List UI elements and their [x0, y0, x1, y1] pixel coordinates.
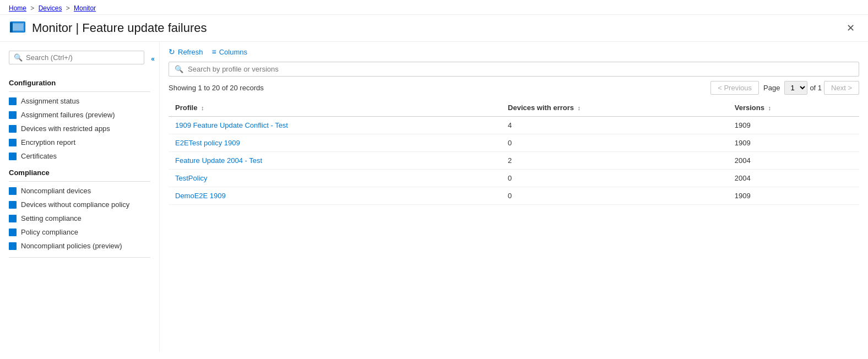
sidebar-item-noncompliant-policies[interactable]: Noncompliant policies (preview) [0, 239, 159, 253]
sidebar-item-assignment-failures[interactable]: Assignment failures (preview) [0, 108, 159, 122]
table-cell-versions: 2004 [728, 152, 859, 170]
close-button[interactable]: ✕ [842, 20, 859, 36]
sidebar-section-compliance: Compliance [0, 163, 159, 179]
breadcrumb-home[interactable]: Home [9, 4, 26, 12]
assignment-failures-icon [9, 111, 17, 119]
table-cell-profile: 1909 Feature Update Conflict - Test [169, 117, 501, 134]
table-cell-versions: 1909 [728, 117, 859, 134]
table-cell-devices-errors: 0 [501, 170, 728, 187]
column-header-devices-errors: Devices with errors ↕ [501, 99, 728, 117]
columns-icon: ≡ [212, 47, 216, 56]
profile-link[interactable]: TestPolicy [175, 174, 208, 182]
table-row: E2ETest policy 190901909 [169, 134, 859, 152]
table-cell-versions: 1909 [728, 187, 859, 205]
sidebar-item-label: Noncompliant devices [21, 187, 91, 195]
sidebar-item-label: Certificates [21, 152, 57, 160]
table-cell-profile: DemoE2E 1909 [169, 187, 501, 205]
profile-link[interactable]: 1909 Feature Update Conflict - Test [175, 121, 288, 129]
sidebar-search-input[interactable] [26, 53, 139, 62]
noncompliant-policies-icon [9, 242, 17, 250]
table-row: TestPolicy02004 [169, 170, 859, 187]
page-title: Monitor | Feature update failures [32, 21, 207, 35]
table-cell-devices-errors: 0 [501, 134, 728, 152]
main-content: ↻ Refresh ≡ Columns 🔍 Showing 1 to 20 of… [160, 42, 868, 351]
sidebar-collapse-button[interactable]: « [151, 55, 155, 63]
sidebar-divider-2 [9, 181, 150, 182]
sidebar-divider-1 [9, 91, 150, 92]
profile-link[interactable]: DemoE2E 1909 [175, 192, 226, 200]
table-row: Feature Update 2004 - Test22004 [169, 152, 859, 170]
sort-icon-versions[interactable]: ↕ [768, 105, 772, 111]
records-info-row: Showing 1 to 20 of 20 records < Previous… [169, 81, 859, 95]
sidebar-item-policy-compliance[interactable]: Policy compliance [0, 225, 159, 239]
previous-button[interactable]: < Previous [710, 81, 759, 95]
sidebar-item-label: Assignment failures (preview) [21, 111, 115, 119]
sidebar-item-label: Policy compliance [21, 228, 78, 236]
sidebar-bottom-divider [9, 257, 150, 258]
policy-compliance-icon [9, 229, 17, 236]
sidebar-item-label: Noncompliant policies (preview) [21, 242, 122, 250]
columns-label: Columns [219, 48, 247, 56]
page-select[interactable]: 1 [784, 81, 807, 95]
table-cell-devices-errors: 2 [501, 152, 728, 170]
toolbar: ↻ Refresh ≡ Columns [169, 47, 859, 56]
profile-link[interactable]: E2ETest policy 1909 [175, 139, 240, 147]
breadcrumb-monitor[interactable]: Monitor [74, 4, 96, 12]
table-header-row: Profile ↕ Devices with errors ↕ Versions… [169, 99, 859, 117]
encryption-icon [9, 139, 17, 146]
page-label: Page [763, 84, 780, 92]
search-input[interactable] [188, 65, 853, 73]
sidebar-item-label: Devices without compliance policy [21, 200, 129, 209]
table-cell-profile: TestPolicy [169, 170, 501, 187]
table-cell-versions: 1909 [728, 134, 859, 152]
svg-rect-2 [12, 24, 23, 30]
next-button[interactable]: Next > [824, 81, 859, 95]
refresh-label: Refresh [178, 48, 203, 56]
table-cell-profile: E2ETest policy 1909 [169, 134, 501, 152]
noncompliant-devices-icon [9, 187, 17, 195]
refresh-button[interactable]: ↻ Refresh [169, 47, 203, 56]
sidebar-item-certificates[interactable]: Certificates [0, 149, 159, 163]
page-header: Monitor | Feature update failures ✕ [0, 15, 868, 42]
sidebar-item-restricted-apps[interactable]: Devices with restricted apps [0, 122, 159, 135]
column-header-versions: Versions ↕ [728, 99, 859, 117]
sidebar-item-no-compliance-policy[interactable]: Devices without compliance policy [0, 198, 159, 211]
sidebar-search-container: 🔍 [9, 51, 144, 64]
main-layout: 🔍 « Configuration Assignment status Assi… [0, 42, 868, 351]
sort-icon-devices-errors[interactable]: ↕ [578, 105, 581, 111]
column-header-profile: Profile ↕ [169, 99, 501, 117]
sidebar-item-label: Encryption report [21, 138, 75, 146]
breadcrumb-devices[interactable]: Devices [39, 4, 62, 12]
setting-compliance-icon [9, 215, 17, 222]
sidebar-item-label: Devices with restricted apps [21, 124, 110, 133]
profile-link[interactable]: Feature Update 2004 - Test [175, 156, 262, 165]
breadcrumb: Home > Devices > Monitor [9, 4, 96, 12]
records-info-text: Showing 1 to 20 of 20 records [169, 84, 264, 92]
refresh-icon: ↻ [169, 47, 175, 56]
table-row: DemoE2E 190901909 [169, 187, 859, 205]
table-cell-devices-errors: 0 [501, 187, 728, 205]
assignment-status-icon [9, 97, 17, 105]
data-table: Profile ↕ Devices with errors ↕ Versions… [169, 99, 859, 205]
sidebar-item-setting-compliance[interactable]: Setting compliance [0, 211, 159, 225]
columns-button[interactable]: ≡ Columns [212, 47, 247, 56]
table-cell-versions: 2004 [728, 170, 859, 187]
breadcrumb-bar: Home > Devices > Monitor [0, 0, 868, 15]
table-cell-devices-errors: 4 [501, 117, 728, 134]
sidebar-item-label: Assignment status [21, 97, 79, 105]
sidebar-item-assignment-status[interactable]: Assignment status [0, 94, 159, 108]
svg-rect-3 [10, 23, 13, 32]
no-compliance-policy-icon [9, 201, 17, 209]
sidebar-search-icon: 🔍 [14, 53, 23, 62]
table-cell-profile: Feature Update 2004 - Test [169, 152, 501, 170]
sidebar-item-noncompliant-devices[interactable]: Noncompliant devices [0, 184, 159, 198]
sidebar-item-label: Setting compliance [21, 214, 82, 222]
sidebar-item-encryption[interactable]: Encryption report [0, 135, 159, 149]
monitor-icon [9, 19, 26, 37]
sort-icon-profile[interactable]: ↕ [201, 105, 204, 111]
search-icon: 🔍 [175, 65, 183, 73]
restricted-apps-icon [9, 125, 17, 133]
pagination: < Previous Page 1 of 1 Next > [710, 81, 859, 95]
search-bar: 🔍 [169, 62, 859, 77]
sidebar-section-configuration: Configuration [0, 73, 159, 89]
